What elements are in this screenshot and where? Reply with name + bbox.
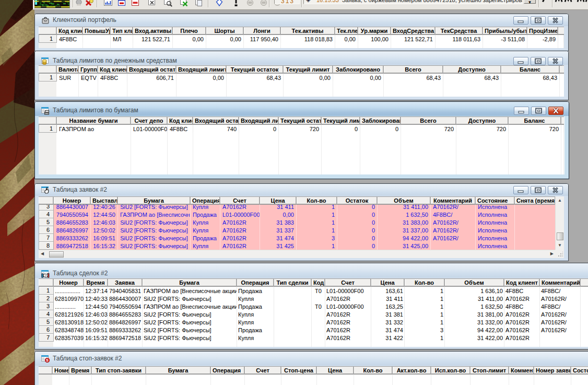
svg-text:S: S [46, 358, 49, 362]
